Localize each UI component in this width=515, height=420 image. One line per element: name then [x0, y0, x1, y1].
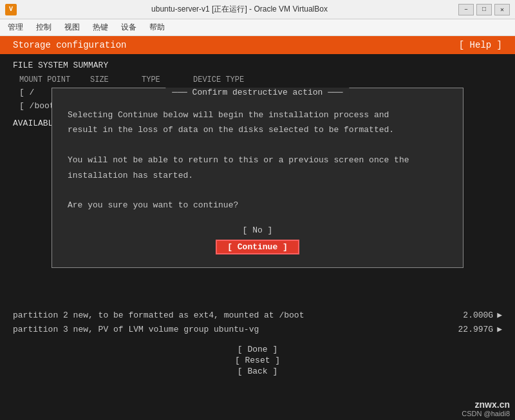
dialog-buttons: [ No ] [ Continue ] [68, 224, 447, 254]
partition-2-arrow: ▶ [497, 309, 502, 323]
window-title: ubuntu-server-v1 [正在运行] - Oracle VM Virt… [21, 4, 458, 15]
dialog-spacer-2 [68, 183, 447, 198]
menu-device[interactable]: 设备 [117, 21, 140, 34]
dialog-content: Selecting Continue below will begin the … [68, 108, 447, 213]
menu-help[interactable]: 帮助 [145, 21, 169, 34]
partition-row-2[interactable]: partition 2 new, to be formatted as ext4… [13, 309, 502, 323]
dialog-line-3: You will not be able to return to this o… [68, 153, 447, 167]
partition-row-3[interactable]: partition 3 new, PV of LVM volume group … [13, 323, 502, 337]
col-device: DEVICE TYPE [193, 74, 502, 86]
dialog-line-4: installation has started. [68, 168, 447, 183]
done-button[interactable]: [ Done ] [219, 345, 296, 354]
no-button[interactable]: [ No ] [216, 224, 299, 237]
window-controls[interactable]: – □ ✕ [458, 4, 510, 15]
partition-3-arrow: ▶ [497, 323, 502, 337]
titlebar: V ubuntu-server-v1 [正在运行] - Oracle VM Vi… [0, 0, 515, 19]
back-button[interactable]: [ Back ] [219, 367, 296, 376]
close-button[interactable]: ✕ [494, 4, 510, 15]
watermark-site: znwx.cn [462, 399, 510, 410]
fs-table-header: MOUNT POINT SIZE TYPE DEVICE TYPE [19, 74, 502, 86]
fs-summary-label: FILE SYSTEM SUMMARY [13, 61, 502, 70]
watermark-sub: CSDN @haidi8 [462, 410, 510, 417]
partition-3-text: partition 3 new, PV of LVM volume group … [13, 323, 458, 337]
continue-button[interactable]: [ Continue ] [216, 240, 299, 254]
menu-control[interactable]: 控制 [32, 21, 55, 34]
page-header: Storage configuration [ Help ] [0, 36, 515, 54]
menu-manage[interactable]: 管理 [4, 21, 27, 34]
dialog-spacer-1 [68, 138, 447, 153]
menu-view[interactable]: 视图 [61, 21, 84, 34]
minimize-button[interactable]: – [458, 4, 474, 15]
page-title: Storage configuration [13, 40, 126, 50]
partition-2-text: partition 2 new, to be formatted as ext4… [13, 309, 463, 323]
bottom-buttons: [ Done ] [ Reset ] [ Back ] [0, 339, 515, 381]
dialog-line-5: Are you sure you want to continue? [68, 198, 447, 213]
main-content: Storage configuration [ Help ] FILE SYST… [0, 36, 515, 420]
confirm-dialog: ─── Confirm destructive action ─── Selec… [52, 88, 464, 268]
col-type: TYPE [142, 74, 193, 86]
dialog-line-1: Selecting Continue below will begin the … [68, 108, 447, 122]
app-icon: V [5, 4, 17, 15]
dialog-line-2: result in the loss of data on the disks … [68, 122, 447, 137]
watermark: znwx.cn CSDN @haidi8 [462, 399, 510, 417]
help-button[interactable]: [ Help ] [459, 40, 502, 50]
col-size: SIZE [90, 74, 142, 86]
partition-2-size: 2.000G ▶ [463, 309, 502, 323]
dialog-title: ─── Confirm destructive action ─── [165, 88, 349, 97]
menubar: 管理 控制 视图 热键 设备 帮助 [0, 19, 515, 36]
partition-list: partition 2 new, to be formatted as ext4… [0, 306, 515, 339]
menu-hotkey[interactable]: 热键 [89, 21, 112, 34]
col-mount: MOUNT POINT [19, 74, 90, 86]
reset-button[interactable]: [ Reset ] [219, 356, 296, 365]
maximize-button[interactable]: □ [476, 4, 492, 15]
partition-3-size: 22.997G ▶ [458, 323, 502, 337]
